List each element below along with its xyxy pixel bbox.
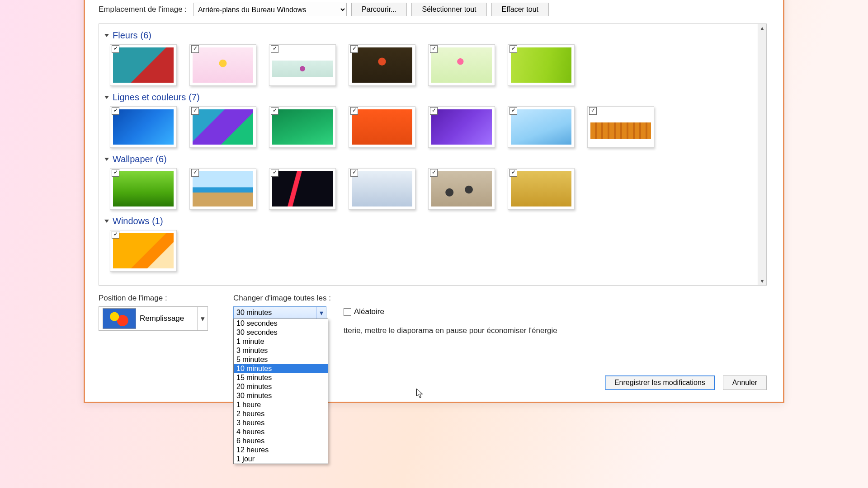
interval-option[interactable]: 6 heures <box>234 436 328 446</box>
thumbnail-checkbox[interactable]: ✓ <box>350 107 358 115</box>
wallpaper-thumbnail[interactable]: ✓ <box>269 44 336 86</box>
interval-option[interactable]: 12 heures <box>234 446 328 455</box>
group-name: Windows <box>113 216 149 226</box>
thumbnail-checkbox[interactable]: ✓ <box>271 107 278 115</box>
wallpaper-thumbnail[interactable]: ✓ <box>349 44 415 86</box>
interval-option[interactable]: 2 heures <box>234 409 328 418</box>
wallpaper-thumbnail[interactable]: ✓ <box>189 44 256 86</box>
thumbnail-checkbox[interactable]: ✓ <box>589 107 597 115</box>
clear-all-button[interactable]: Effacer tout <box>491 3 549 16</box>
thumbnail-checkbox[interactable]: ✓ <box>509 45 517 53</box>
wallpaper-thumbnail[interactable]: ✓ <box>110 44 177 86</box>
dialog-footer: Enregistrer les modifications Annuler <box>605 375 767 390</box>
wallpaper-thumbnail[interactable]: ✓ <box>189 106 256 148</box>
position-select[interactable]: Remplissage ▾ <box>99 306 208 331</box>
thumbnail-checkbox[interactable]: ✓ <box>271 169 278 177</box>
interval-option[interactable]: 1 heure <box>234 400 328 409</box>
group-name: Wallpaper <box>113 154 153 164</box>
thumbnail-checkbox[interactable]: ✓ <box>191 169 199 177</box>
thumbnail-checkbox[interactable]: ✓ <box>509 169 517 177</box>
thumbnail-row: ✓✓✓✓✓✓ <box>110 168 750 210</box>
wallpaper-thumbnail[interactable]: ✓ <box>428 168 495 210</box>
interval-option[interactable]: 30 secondes <box>234 328 328 337</box>
thumbnail-checkbox[interactable]: ✓ <box>112 169 119 177</box>
thumbnail-image <box>511 171 571 206</box>
thumbnail-checkbox[interactable]: ✓ <box>430 169 438 177</box>
wallpaper-thumbnail[interactable]: ✓ <box>349 168 415 210</box>
save-button[interactable]: Enregistrer les modifications <box>605 375 715 390</box>
thumbnail-image <box>590 122 651 139</box>
collapse-caret-icon[interactable] <box>104 96 109 99</box>
wallpaper-thumbnail[interactable]: ✓ <box>508 106 575 148</box>
group-header[interactable]: Wallpaper (6) <box>104 154 750 164</box>
wallpaper-thumbnail[interactable]: ✓ <box>269 168 336 210</box>
interval-option[interactable]: 30 minutes <box>234 391 328 400</box>
thumbnail-image <box>113 109 174 145</box>
wallpaper-thumbnail[interactable]: ✓ <box>508 44 575 86</box>
interval-option[interactable]: 5 minutes <box>234 355 328 364</box>
interval-option[interactable]: 10 secondes <box>234 319 328 328</box>
thumbnail-checkbox[interactable]: ✓ <box>112 45 119 53</box>
thumbnail-row: ✓✓✓✓✓✓✓ <box>110 106 750 148</box>
thumbnail-image <box>193 47 253 83</box>
wallpaper-thumbnail[interactable]: ✓ <box>110 230 177 272</box>
location-select[interactable]: Arrière-plans du Bureau Windows <box>193 3 347 16</box>
thumbnail-checkbox[interactable]: ✓ <box>112 107 119 115</box>
interval-value: 30 minutes <box>236 309 272 317</box>
group-header[interactable]: Fleurs (6) <box>104 30 750 41</box>
wallpaper-thumbnail[interactable]: ✓ <box>428 106 495 148</box>
chevron-down-icon[interactable]: ▾ <box>316 307 326 319</box>
shuffle-row: Aléatoire <box>344 307 557 316</box>
interval-option[interactable]: 10 minutes <box>234 364 328 373</box>
group-count: (1) <box>152 216 163 226</box>
group-header[interactable]: Lignes et couleurs (7) <box>104 92 750 103</box>
thumbnail-checkbox[interactable]: ✓ <box>350 169 358 177</box>
thumbnail-checkbox[interactable]: ✓ <box>112 231 119 239</box>
thumbnail-image <box>272 109 333 145</box>
thumbnail-checkbox[interactable]: ✓ <box>430 45 438 53</box>
interval-select[interactable]: 30 minutes ▾ <box>233 306 326 319</box>
interval-option[interactable]: 3 minutes <box>234 346 328 355</box>
thumbnail-checkbox[interactable]: ✓ <box>509 107 517 115</box>
group-name: Lignes et couleurs <box>113 92 186 103</box>
collapse-caret-icon[interactable] <box>104 158 109 161</box>
collapse-caret-icon[interactable] <box>104 220 109 223</box>
thumbnail-checkbox[interactable]: ✓ <box>350 45 358 53</box>
scroll-down-icon[interactable]: ▼ <box>758 277 766 285</box>
group-header[interactable]: Windows (1) <box>104 216 750 226</box>
thumbnail-checkbox[interactable]: ✓ <box>191 107 199 115</box>
shuffle-checkbox[interactable] <box>344 308 351 316</box>
interval-dropdown-list[interactable]: 10 secondes30 secondes1 minute3 minutes5… <box>233 319 328 464</box>
scroll-up-icon[interactable]: ▲ <box>758 24 766 32</box>
shuffle-column: Aléatoire tterie, mettre le diaporama en… <box>344 294 557 335</box>
shuffle-label: Aléatoire <box>354 307 384 316</box>
wallpaper-thumbnail[interactable]: ✓ <box>349 106 415 148</box>
interval-option[interactable]: 1 jour <box>234 455 328 464</box>
cancel-button[interactable]: Annuler <box>723 375 767 390</box>
wallpaper-thumbnail[interactable]: ✓ <box>269 106 336 148</box>
thumbnail-checkbox[interactable]: ✓ <box>191 45 199 53</box>
scrollbar[interactable]: ▲ ▼ <box>758 24 766 285</box>
position-preview-icon <box>103 308 136 329</box>
interval-option[interactable]: 20 minutes <box>234 382 328 391</box>
interval-label: Changer d'image toutes les : <box>233 294 331 303</box>
wallpaper-thumbnail[interactable]: ✓ <box>508 168 575 210</box>
wallpaper-thumbnail[interactable]: ✓ <box>587 106 654 148</box>
interval-option[interactable]: 3 heures <box>234 418 328 427</box>
position-column: Position de l'image : Remplissage ▾ <box>99 294 208 331</box>
wallpaper-thumbnail[interactable]: ✓ <box>428 44 495 86</box>
wallpaper-thumbnail[interactable]: ✓ <box>110 168 177 210</box>
interval-option[interactable]: 15 minutes <box>234 373 328 382</box>
thumbnail-checkbox[interactable]: ✓ <box>430 107 438 115</box>
top-controls: Emplacement de l'image : Arrière-plans d… <box>99 3 767 16</box>
thumbnail-checkbox[interactable]: ✓ <box>271 45 278 53</box>
chevron-down-icon[interactable]: ▾ <box>197 307 208 330</box>
interval-option[interactable]: 1 minute <box>234 337 328 346</box>
select-all-button[interactable]: Sélectionner tout <box>411 3 486 16</box>
wallpaper-thumbnail[interactable]: ✓ <box>189 168 256 210</box>
interval-option[interactable]: 4 heures <box>234 427 328 436</box>
collapse-caret-icon[interactable] <box>104 34 109 37</box>
thumbnail-image <box>431 109 492 145</box>
browse-button[interactable]: Parcourir... <box>351 3 407 16</box>
wallpaper-thumbnail[interactable]: ✓ <box>110 106 177 148</box>
